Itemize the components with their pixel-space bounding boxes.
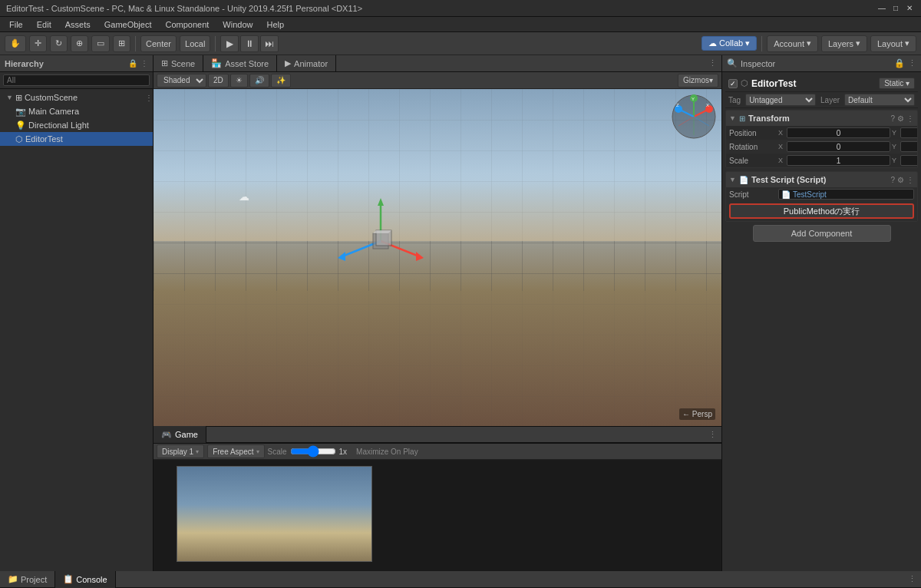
layer-select[interactable]: Default <box>844 94 915 106</box>
scene-tab-more-icon[interactable]: ⋮ <box>704 58 721 68</box>
gizmos-button[interactable]: Gizmos ▾ <box>678 74 718 88</box>
static-button[interactable]: Static ▾ <box>879 78 915 89</box>
minimize-button[interactable]: — <box>876 3 887 14</box>
account-button[interactable]: Account ▾ <box>767 35 818 52</box>
transform-actions: ? ⚙ ⋮ <box>890 114 914 123</box>
asset-store-icon: 🏪 <box>211 58 222 68</box>
transform-help-icon[interactable]: ? <box>890 114 895 123</box>
tab-project[interactable]: 📁 Project <box>0 571 55 588</box>
pause-button[interactable]: ⏸ <box>240 35 259 52</box>
position-y-field: Y <box>892 127 918 138</box>
position-x-input[interactable] <box>787 127 890 138</box>
step-button[interactable]: ⏭ <box>260 35 279 52</box>
layers-button[interactable]: Layers ▾ <box>821 35 867 52</box>
menu-component[interactable]: Component <box>159 17 215 32</box>
transform-more-icon[interactable]: ⋮ <box>906 114 914 123</box>
maximize-on-play-label: Maximize On Play <box>356 448 418 456</box>
tab-asset-store[interactable]: 🏪 Asset Store <box>203 55 277 72</box>
scale-y-input[interactable] <box>900 155 918 166</box>
hand-tool-button[interactable]: ✋ <box>5 35 26 52</box>
position-label: Position <box>729 129 775 137</box>
window-title: EditorTest - CustomScene - PC, Mac & Lin… <box>6 4 876 13</box>
y-axis-label: Y <box>892 129 900 137</box>
inspector-lock-icon[interactable]: 🔒 <box>894 58 905 68</box>
scene-tabs-bar: ⊞ Scene 🏪 Asset Store ▶ Animator ⋮ <box>154 55 721 72</box>
object-enabled-checkbox[interactable]: ✓ <box>728 79 738 88</box>
position-y-input[interactable] <box>900 127 918 138</box>
maximize-button[interactable]: □ <box>890 3 901 14</box>
position-row: Position X Y Z <box>726 126 917 140</box>
game-tab-more-icon[interactable]: ⋮ <box>704 430 721 440</box>
menu-edit[interactable]: Edit <box>31 17 58 32</box>
move-tool-button[interactable]: ✛ <box>29 35 47 52</box>
scale-slider[interactable] <box>290 445 336 458</box>
public-method-button[interactable]: PublicMethodの実行 <box>729 203 914 219</box>
hier-item-more-icon[interactable]: ⋮ <box>145 94 153 102</box>
collab-button[interactable]: ☁ Collab ▾ <box>701 36 757 51</box>
asset-store-label: Asset Store <box>225 59 269 68</box>
scale-x-input[interactable] <box>787 155 890 166</box>
hierarchy-more-icon[interactable]: ⋮ <box>140 59 148 68</box>
testscript-header[interactable]: ▼ 📄 Test Script (Script) ? ⚙ ⋮ <box>726 172 917 187</box>
tab-game[interactable]: 🎮 Game <box>154 426 206 443</box>
tag-select[interactable]: Untagged <box>745 94 816 106</box>
layout-button[interactable]: Layout ▾ <box>870 35 916 52</box>
game-panel: 🎮 Game ⋮ Display 1 ▾ Free Aspect ▾ Scale <box>154 426 721 571</box>
display-select-button[interactable]: Display 1 ▾ <box>157 444 204 458</box>
rotation-y-input[interactable] <box>900 141 918 152</box>
menu-assets[interactable]: Assets <box>59 17 97 32</box>
sky-gradient <box>154 89 721 241</box>
gizmos-arrow-icon: ▾ <box>709 76 713 84</box>
close-button[interactable]: ✕ <box>904 3 915 14</box>
menu-help[interactable]: Help <box>260 17 290 32</box>
lighting-toggle-button[interactable]: ☀ <box>230 74 248 88</box>
testscript-more-icon[interactable]: ⋮ <box>906 176 914 184</box>
2d-toggle-button[interactable]: 2D <box>208 74 229 88</box>
local-global-button[interactable]: Local <box>180 35 210 52</box>
object-name: EditorTest <box>751 78 876 89</box>
center-pivot-button[interactable]: Center <box>140 35 177 52</box>
testscript-settings-icon[interactable]: ⚙ <box>897 176 904 184</box>
hierarchy-lock-icon[interactable]: 🔒 <box>128 59 137 68</box>
transform-header[interactable]: ▼ ⊞ Transform ? ⚙ ⋮ <box>726 111 917 126</box>
tab-console[interactable]: 📋 Console <box>55 571 115 588</box>
shading-mode-select[interactable]: Shaded <box>157 74 206 88</box>
tab-scene[interactable]: ⊞ Scene <box>154 55 203 72</box>
scale-tool-button[interactable]: ⊕ <box>71 35 88 52</box>
main-area: Hierarchy 🔒 ⋮ ▼ ⊞ CustomScene ⋮ 📷 Main C… <box>0 55 921 571</box>
testscript-title: Test Script (Script) <box>751 175 888 184</box>
scene-viewport[interactable]: ☁ <box>154 89 721 426</box>
transform-settings-icon[interactable]: ⚙ <box>897 114 904 123</box>
menu-gameobject[interactable]: GameObject <box>98 17 158 32</box>
play-button[interactable]: ▶ <box>220 35 239 52</box>
account-arrow-icon: ▾ <box>807 38 811 48</box>
tab-animator[interactable]: ▶ Animator <box>277 55 336 72</box>
method-button-row: PublicMethodの実行 <box>726 201 917 221</box>
light-icon: 💡 <box>15 121 26 130</box>
main-toolbar: ✋ ✛ ↻ ⊕ ▭ ⊞ Center Local ▶ ⏸ ⏭ ☁ Collab … <box>0 32 921 55</box>
menu-window[interactable]: Window <box>216 17 259 32</box>
add-component-button[interactable]: Add Component <box>753 225 891 242</box>
hierarchy-item-customscene[interactable]: ▼ ⊞ CustomScene ⋮ <box>0 91 153 104</box>
hierarchy-search-input[interactable] <box>3 74 150 86</box>
testscript-help-icon[interactable]: ? <box>890 176 895 184</box>
aspect-select-button[interactable]: Free Aspect ▾ <box>207 444 264 458</box>
testscript-component: ▼ 📄 Test Script (Script) ? ⚙ ⋮ Script 📄 … <box>725 171 918 222</box>
fx-toggle-button[interactable]: ✨ <box>271 74 291 88</box>
rotation-x-field: X <box>778 141 890 152</box>
svg-marker-8 <box>373 230 391 233</box>
hier-item-label: CustomScene <box>25 93 78 102</box>
menu-bar: File Edit Assets GameObject Component Wi… <box>0 17 921 32</box>
inspector-more-icon[interactable]: ⋮ <box>908 58 916 68</box>
rect-tool-button[interactable]: ▭ <box>91 35 110 52</box>
game-viewport[interactable] <box>154 460 721 571</box>
hierarchy-item-directionallight[interactable]: 💡 Directional Light <box>0 118 153 132</box>
rotate-tool-button[interactable]: ↻ <box>50 35 68 52</box>
audio-toggle-button[interactable]: 🔊 <box>249 74 269 88</box>
bottom-more-icon[interactable]: ⋮ <box>903 574 921 584</box>
hierarchy-item-maincamera[interactable]: 📷 Main Camera <box>0 104 153 118</box>
rotation-x-input[interactable] <box>787 141 890 152</box>
hierarchy-item-editortest[interactable]: ⬡ EditorTest <box>0 132 153 146</box>
transform-tool-button[interactable]: ⊞ <box>113 35 130 52</box>
menu-file[interactable]: File <box>3 17 29 32</box>
